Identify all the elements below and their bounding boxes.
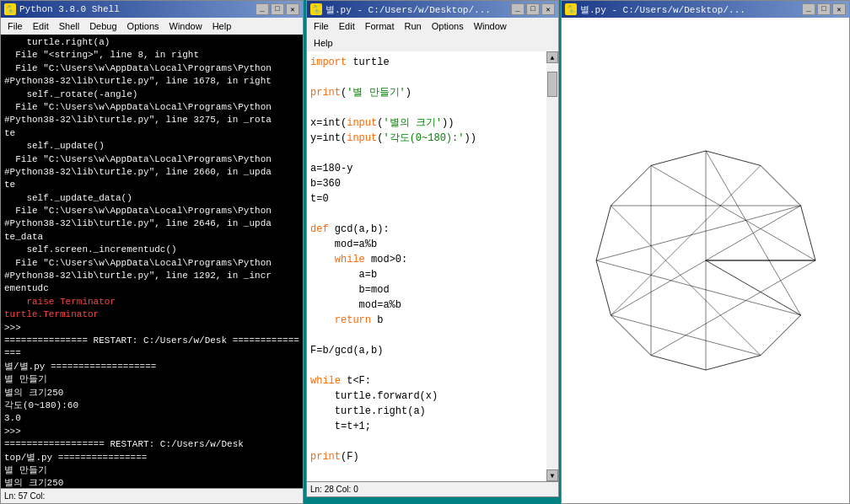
code-line-1: import turtle bbox=[310, 55, 543, 70]
code-line-17: mod=a%b bbox=[310, 298, 543, 313]
svg-line-7 bbox=[611, 315, 761, 356]
scrollbar-down-arrow[interactable]: ▼ bbox=[546, 469, 558, 481]
editor-icon: 🐍 bbox=[310, 3, 322, 15]
editor-vertical-scrollbar[interactable]: ▲ ▼ bbox=[546, 51, 558, 481]
code-line-4 bbox=[310, 100, 543, 115]
code-line-26 bbox=[310, 434, 543, 449]
shell-menu-bar: File Edit Shell Debug Options Window Hel… bbox=[1, 18, 303, 35]
editor-window: 🐍 별.py - C:/Users/w/Desktop/... _ □ ✕ Fi… bbox=[306, 0, 559, 497]
menu-edit[interactable]: Edit bbox=[28, 20, 54, 32]
code-line-25: t=t+1; bbox=[310, 419, 543, 434]
editor-menu-options[interactable]: Options bbox=[427, 20, 469, 32]
editor-status-text: Ln: 28 Col: 0 bbox=[310, 485, 358, 494]
shell-window: 🐍 Python 3.8.0 Shell _ □ ✕ File Edit She… bbox=[0, 0, 304, 504]
svg-line-8 bbox=[611, 206, 761, 356]
editor-title: 별.py - C:/Users/w/Desktop/... bbox=[325, 3, 491, 16]
code-line-16: b=mod bbox=[310, 282, 543, 298]
turtle-maximize-button[interactable]: □ bbox=[817, 3, 831, 15]
code-line-27: print(F) bbox=[310, 449, 543, 464]
turtle-star-drawing bbox=[588, 142, 824, 378]
editor-menu-format[interactable]: Format bbox=[360, 20, 400, 32]
code-line-9: b=360 bbox=[310, 176, 543, 191]
editor-menu-run[interactable]: Run bbox=[400, 20, 427, 32]
code-line-7 bbox=[310, 146, 543, 161]
maximize-button[interactable]: □ bbox=[271, 3, 284, 15]
code-line-8: a=180-y bbox=[310, 161, 543, 176]
python-icon: 🐍 bbox=[4, 3, 16, 15]
svg-line-3 bbox=[596, 206, 801, 260]
scrollbar-up-arrow[interactable]: ▲ bbox=[546, 51, 558, 63]
editor-titlebar: 🐍 별.py - C:/Users/w/Desktop/... _ □ ✕ bbox=[307, 1, 558, 18]
editor-menu-file[interactable]: File bbox=[309, 20, 334, 32]
code-line-6: y=int(input('각도(0~180):')) bbox=[310, 131, 543, 146]
code-line-19 bbox=[310, 328, 543, 343]
svg-line-2 bbox=[651, 260, 815, 356]
editor-window-controls: _ □ ✕ bbox=[511, 3, 555, 15]
menu-file[interactable]: File bbox=[3, 20, 28, 32]
code-line-13: mod=a%b bbox=[310, 237, 543, 252]
menu-options[interactable]: Options bbox=[122, 20, 164, 32]
code-line-18: return b bbox=[310, 313, 543, 328]
shell-title: Python 3.8.0 Shell bbox=[19, 4, 120, 14]
turtle-titlebar: 🐍 별.py - C:/Users/w/Desktop/... _ □ ✕ bbox=[562, 1, 849, 18]
scrollbar-track[interactable] bbox=[546, 63, 558, 469]
code-line-20: F=b/gcd(a,b) bbox=[310, 343, 543, 358]
turtle-canvas bbox=[562, 18, 849, 503]
turtle-window-controls: _ □ ✕ bbox=[802, 3, 846, 15]
menu-window[interactable]: Window bbox=[164, 20, 207, 32]
code-line-22: while t<F: bbox=[310, 373, 543, 389]
minimize-button[interactable]: _ bbox=[256, 3, 269, 15]
window-controls: _ □ ✕ bbox=[256, 3, 299, 15]
svg-line-0 bbox=[651, 165, 815, 260]
editor-menu-help[interactable]: Help bbox=[309, 37, 338, 49]
shell-output: turtle.right(a) File "<string>", line 8,… bbox=[4, 36, 299, 488]
editor-titlebar-left: 🐍 별.py - C:/Users/w/Desktop/... bbox=[310, 3, 491, 16]
code-line-24: turtle.right(a) bbox=[310, 404, 543, 419]
code-line-14: while mod>0: bbox=[310, 252, 543, 267]
menu-debug[interactable]: Debug bbox=[84, 20, 121, 32]
code-line-23: turtle.forward(x) bbox=[310, 389, 543, 404]
editor-body: import turtle print('별 만들기') x=int(input… bbox=[307, 51, 558, 481]
editor-menu-edit[interactable]: Edit bbox=[334, 20, 360, 32]
shell-content[interactable]: turtle.right(a) File "<string>", line 8,… bbox=[1, 35, 303, 488]
editor-menu-window[interactable]: Window bbox=[469, 20, 512, 32]
editor-code-area[interactable]: import turtle print('별 만들기') x=int(input… bbox=[307, 51, 546, 481]
close-button[interactable]: ✕ bbox=[286, 3, 299, 15]
code-line-10: t=0 bbox=[310, 191, 543, 206]
turtle-title: 별.py - C:/Users/w/Desktop/... bbox=[580, 3, 745, 16]
editor-status-bar: Ln: 28 Col: 0 bbox=[307, 481, 558, 496]
turtle-close-button[interactable]: ✕ bbox=[832, 3, 846, 15]
turtle-icon: 🐍 bbox=[565, 3, 577, 15]
turtle-minimize-button[interactable]: _ bbox=[802, 3, 815, 15]
code-line-12: def gcd(a,b): bbox=[310, 222, 543, 237]
code-line-2 bbox=[310, 70, 543, 85]
code-line-5: x=int(input('별의 크기')) bbox=[310, 115, 543, 131]
turtle-window: 🐍 별.py - C:/Users/w/Desktop/... _ □ ✕ bbox=[561, 0, 850, 504]
menu-help[interactable]: Help bbox=[207, 20, 237, 32]
shell-status-text: Ln: 57 Col: bbox=[4, 491, 45, 501]
titlebar-left: 🐍 Python 3.8.0 Shell bbox=[4, 3, 120, 15]
editor-minimize-button[interactable]: _ bbox=[511, 3, 525, 15]
code-line-3: print('별 만들기') bbox=[310, 85, 543, 100]
shell-titlebar: 🐍 Python 3.8.0 Shell _ □ ✕ bbox=[1, 1, 303, 18]
code-line-21 bbox=[310, 358, 543, 373]
shell-status-bar: Ln: 57 Col: bbox=[1, 488, 303, 503]
svg-line-6 bbox=[611, 165, 761, 315]
editor-close-button[interactable]: ✕ bbox=[541, 3, 555, 15]
code-line-15: a=b bbox=[310, 267, 543, 282]
turtle-titlebar-left: 🐍 별.py - C:/Users/w/Desktop/... bbox=[565, 3, 745, 16]
svg-line-4 bbox=[596, 260, 801, 315]
scrollbar-thumb[interactable] bbox=[547, 72, 557, 97]
editor-maximize-button[interactable]: □ bbox=[526, 3, 540, 15]
editor-help-bar: Help bbox=[307, 35, 558, 51]
code-line-11 bbox=[310, 206, 543, 222]
menu-shell[interactable]: Shell bbox=[54, 20, 84, 32]
editor-menu-bar: File Edit Format Run Options Window bbox=[307, 18, 558, 35]
